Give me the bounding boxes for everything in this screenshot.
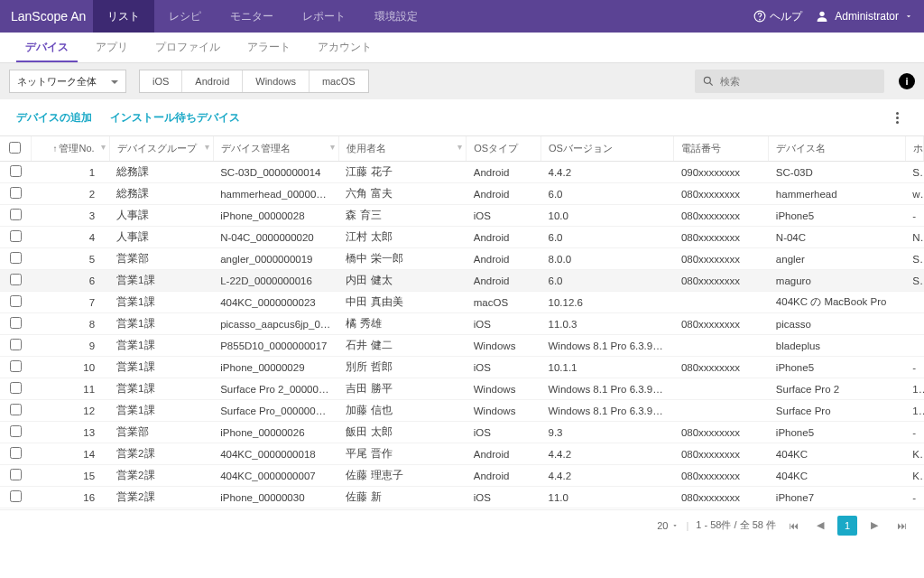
row-checkbox[interactable] bbox=[10, 339, 22, 350]
search-box[interactable] bbox=[695, 70, 884, 93]
row-checkbox[interactable] bbox=[10, 252, 22, 264]
cell-devmgmt: Surface Pro 2_0000000044 bbox=[213, 378, 338, 400]
cell-user: 飯田 太郎 bbox=[338, 422, 466, 443]
row-checkbox[interactable] bbox=[10, 382, 22, 394]
cell-extra bbox=[905, 335, 923, 357]
cell-mgmt-no: 8 bbox=[31, 313, 109, 335]
col-header-os[interactable]: OSタイプ bbox=[467, 136, 541, 162]
sub-tab-1[interactable]: アプリ bbox=[87, 33, 137, 62]
col-header-osver[interactable]: OSバージョン bbox=[541, 136, 674, 162]
row-checkbox[interactable] bbox=[10, 425, 22, 437]
filter-icon[interactable]: ▾ bbox=[457, 142, 462, 152]
os-filter-windows[interactable]: Windows bbox=[243, 70, 310, 92]
cell-user: 佐藤 新 bbox=[338, 487, 466, 508]
cell-user: 佐藤 理恵子 bbox=[338, 465, 466, 487]
action-bar: デバイスの追加 インストール待ちデバイス bbox=[0, 99, 924, 135]
top-tab-0[interactable]: リスト bbox=[93, 0, 154, 33]
table-row[interactable]: 5営業部angler_0000000019橋中 栄一郎Android8.0.00… bbox=[0, 248, 924, 270]
row-checkbox[interactable] bbox=[10, 447, 22, 459]
cell-mgmt-no: 6 bbox=[31, 270, 109, 292]
table-row[interactable]: 13営業部iPhone_00000026飯田 太郎iOS9.3080xxxxxx… bbox=[0, 422, 924, 443]
device-table-body: 1総務課SC-03D_0000000014江藤 花子Android4.4.209… bbox=[0, 162, 924, 541]
table-row[interactable]: 12営業1課Surface Pro_0000000045加藤 信也Windows… bbox=[0, 400, 924, 422]
top-tab-1[interactable]: レシピ bbox=[154, 0, 216, 33]
cell-os: Windows bbox=[467, 378, 541, 400]
brand-label: LanScope An bbox=[11, 9, 86, 23]
install-pending-link[interactable]: インストール待ちデバイス bbox=[110, 110, 240, 126]
cell-os: iOS bbox=[467, 205, 541, 227]
sub-tab-0[interactable]: デバイス bbox=[16, 33, 78, 62]
row-checkbox[interactable] bbox=[10, 274, 22, 285]
col-header-extra[interactable]: ホ bbox=[905, 136, 923, 162]
os-filter-macos[interactable]: macOS bbox=[310, 70, 368, 92]
cell-extra: - bbox=[905, 487, 923, 508]
filter-icon[interactable]: ▾ bbox=[330, 142, 335, 152]
col-header-group[interactable]: デバイスグループ▾ bbox=[109, 136, 213, 162]
row-checkbox[interactable] bbox=[10, 404, 22, 415]
row-checkbox[interactable] bbox=[10, 360, 22, 372]
table-row[interactable]: 8営業1課picasso_aapcus6jp_0000000...橘 秀雄iOS… bbox=[0, 313, 924, 335]
row-checkbox[interactable] bbox=[10, 209, 22, 220]
sub-tab-4[interactable]: アカウント bbox=[309, 33, 381, 62]
table-row[interactable]: 15営業2課404KC_0000000007佐藤 理恵子Android4.4.2… bbox=[0, 465, 924, 487]
row-checkbox[interactable] bbox=[10, 165, 22, 177]
row-checkbox[interactable] bbox=[10, 317, 22, 329]
filter-icon[interactable]: ▾ bbox=[101, 142, 106, 152]
table-row[interactable]: 1総務課SC-03D_0000000014江藤 花子Android4.4.209… bbox=[0, 162, 924, 183]
cell-osver: 6.0 bbox=[541, 183, 674, 205]
network-select[interactable]: ネットワーク全体 bbox=[9, 70, 126, 93]
cell-phone: 080xxxxxxxx bbox=[674, 443, 769, 465]
col-header-phone[interactable]: 電話番号 bbox=[674, 136, 769, 162]
user-menu[interactable]: Administrator bbox=[815, 9, 913, 23]
pager-last-button[interactable]: ⏭ bbox=[892, 516, 911, 536]
pager-first-button[interactable]: ⏮ bbox=[783, 516, 803, 536]
table-row[interactable]: 4人事課N-04C_0000000020江村 太郎Android6.0080xx… bbox=[0, 227, 924, 248]
info-icon[interactable]: i bbox=[899, 73, 915, 89]
row-checkbox[interactable] bbox=[10, 295, 22, 307]
sub-tab-2[interactable]: プロファイル bbox=[146, 33, 229, 62]
top-tab-2[interactable]: モニター bbox=[216, 0, 288, 33]
top-tab-4[interactable]: 環境設定 bbox=[360, 0, 432, 33]
select-all-checkbox[interactable] bbox=[9, 142, 21, 154]
table-row[interactable]: 3人事課iPhone_00000028森 育三iOS10.0080xxxxxxx… bbox=[0, 205, 924, 227]
filter-icon[interactable]: ▾ bbox=[205, 142, 209, 152]
os-filter-android[interactable]: Android bbox=[182, 70, 243, 92]
cell-mgmt-no: 5 bbox=[31, 248, 109, 270]
col-header-mgmt-no[interactable]: ↑管理No.▾ bbox=[31, 136, 109, 162]
sub-tab-3[interactable]: アラート bbox=[238, 33, 300, 62]
table-row[interactable]: 7営業1課404KC_0000000023中田 真由美macOS10.12.64… bbox=[0, 292, 924, 313]
search-input[interactable] bbox=[720, 76, 877, 87]
pager-prev-button[interactable]: ◀ bbox=[810, 516, 830, 536]
cell-phone: 080xxxxxxxx bbox=[674, 205, 769, 227]
pager-current-page[interactable]: 1 bbox=[837, 516, 857, 536]
table-row[interactable]: 11営業1課Surface Pro 2_0000000044吉田 勝平Windo… bbox=[0, 378, 924, 400]
cell-user: 吉田 勝平 bbox=[338, 378, 466, 400]
cell-devname: maguro bbox=[769, 270, 905, 292]
table-row[interactable]: 2総務課hammerhead_0000000059六角 富夫Android6.0… bbox=[0, 183, 924, 205]
table-row[interactable]: 14営業2課404KC_0000000018平尾 晋作Android4.4.20… bbox=[0, 443, 924, 465]
row-checkbox[interactable] bbox=[10, 187, 22, 199]
table-row[interactable]: 6営業1課L-22D_0000000016内田 健太Android6.0080x… bbox=[0, 270, 924, 292]
table-row[interactable]: 10営業1課iPhone_00000029別所 哲郎iOS10.1.1080xx… bbox=[0, 357, 924, 378]
row-checkbox[interactable] bbox=[10, 469, 22, 480]
more-menu-button[interactable] bbox=[886, 107, 908, 128]
cell-devmgmt: iPhone_00000030 bbox=[213, 487, 338, 508]
table-row[interactable]: 9営業1課P855D10_0000000017石井 健二WindowsWindo… bbox=[0, 335, 924, 357]
row-checkbox[interactable] bbox=[10, 230, 22, 242]
cell-devname: 404KC bbox=[769, 443, 905, 465]
col-header-devmgmt[interactable]: デバイス管理名▾ bbox=[213, 136, 338, 162]
add-device-link[interactable]: デバイスの追加 bbox=[16, 110, 92, 126]
cell-os: Windows bbox=[467, 400, 541, 422]
cell-extra: - bbox=[905, 422, 923, 443]
row-checkbox[interactable] bbox=[10, 490, 22, 502]
page-size-select[interactable]: 20 bbox=[657, 520, 679, 531]
table-row[interactable]: 16営業2課iPhone_00000030佐藤 新iOS11.0080xxxxx… bbox=[0, 487, 924, 508]
col-header-user[interactable]: 使用者名▾ bbox=[338, 136, 466, 162]
cell-devname: iPhone5 bbox=[769, 205, 905, 227]
pager-next-button[interactable]: ▶ bbox=[864, 516, 884, 536]
help-link[interactable]: ヘルプ bbox=[753, 9, 802, 24]
cell-phone: 080xxxxxxxx bbox=[674, 313, 769, 335]
col-header-devname[interactable]: デバイス名 bbox=[769, 136, 905, 162]
top-tab-3[interactable]: レポート bbox=[288, 0, 360, 33]
os-filter-ios[interactable]: iOS bbox=[140, 70, 182, 92]
